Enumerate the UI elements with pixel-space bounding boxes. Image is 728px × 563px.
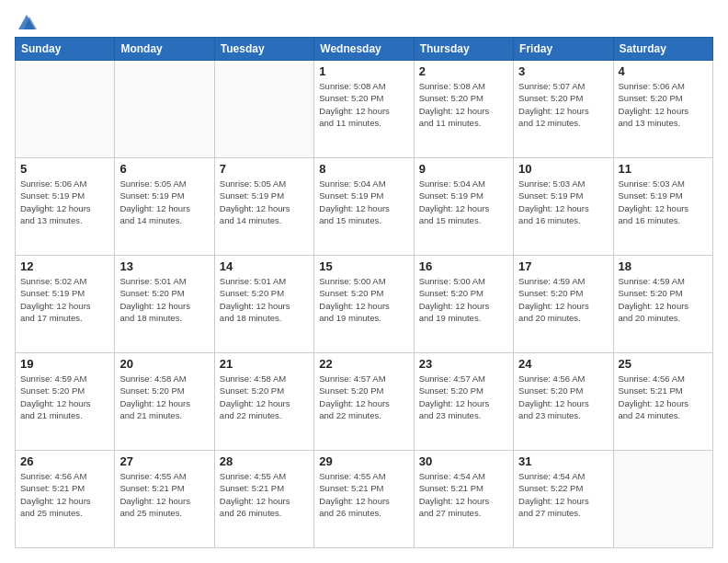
day-info: Sunrise: 5:00 AM Sunset: 5:20 PM Dayligh… — [419, 275, 508, 324]
calendar-cell: 2Sunrise: 5:08 AM Sunset: 5:20 PM Daylig… — [414, 61, 513, 158]
day-number: 31 — [518, 454, 608, 468]
calendar-cell: 6Sunrise: 5:05 AM Sunset: 5:19 PM Daylig… — [115, 158, 214, 256]
calendar-week-row: 1Sunrise: 5:08 AM Sunset: 5:20 PM Daylig… — [16, 61, 713, 158]
day-info: Sunrise: 4:54 AM Sunset: 5:21 PM Dayligh… — [419, 470, 508, 519]
calendar-cell: 23Sunrise: 4:57 AM Sunset: 5:20 PM Dayli… — [414, 353, 513, 451]
calendar-cell — [115, 61, 214, 158]
day-number: 27 — [119, 454, 209, 468]
calendar-cell: 9Sunrise: 5:04 AM Sunset: 5:19 PM Daylig… — [414, 158, 513, 256]
day-number: 17 — [518, 259, 608, 273]
header — [15, 15, 713, 28]
day-number: 13 — [119, 259, 209, 273]
page: SundayMondayTuesdayWednesdayThursdayFrid… — [0, 0, 728, 563]
calendar-cell: 31Sunrise: 4:54 AM Sunset: 5:22 PM Dayli… — [514, 451, 613, 548]
day-header-tuesday: Tuesday — [214, 38, 313, 61]
day-number: 16 — [419, 259, 508, 273]
day-info: Sunrise: 5:08 AM Sunset: 5:20 PM Dayligh… — [319, 80, 408, 129]
calendar-cell: 7Sunrise: 5:05 AM Sunset: 5:19 PM Daylig… — [214, 158, 313, 256]
calendar-cell: 26Sunrise: 4:56 AM Sunset: 5:21 PM Dayli… — [16, 451, 115, 548]
calendar-cell: 13Sunrise: 5:01 AM Sunset: 5:20 PM Dayli… — [115, 256, 214, 353]
day-info: Sunrise: 4:58 AM Sunset: 5:20 PM Dayligh… — [119, 373, 209, 421]
day-number: 5 — [20, 162, 109, 176]
calendar-cell: 24Sunrise: 4:56 AM Sunset: 5:20 PM Dayli… — [514, 353, 613, 451]
day-info: Sunrise: 5:04 AM Sunset: 5:19 PM Dayligh… — [319, 178, 408, 226]
calendar-cell: 15Sunrise: 5:00 AM Sunset: 5:20 PM Dayli… — [314, 256, 414, 353]
day-info: Sunrise: 5:01 AM Sunset: 5:20 PM Dayligh… — [119, 275, 209, 324]
day-header-friday: Friday — [514, 38, 613, 61]
day-number: 30 — [419, 454, 508, 468]
day-info: Sunrise: 4:54 AM Sunset: 5:22 PM Dayligh… — [518, 470, 608, 519]
logo — [15, 15, 37, 28]
day-info: Sunrise: 4:55 AM Sunset: 5:21 PM Dayligh… — [319, 470, 408, 519]
day-number: 10 — [518, 162, 608, 176]
day-header-saturday: Saturday — [613, 38, 712, 61]
day-header-monday: Monday — [115, 38, 214, 61]
day-info: Sunrise: 4:59 AM Sunset: 5:20 PM Dayligh… — [619, 275, 708, 324]
day-info: Sunrise: 4:59 AM Sunset: 5:20 PM Dayligh… — [518, 275, 608, 324]
calendar-cell: 5Sunrise: 5:06 AM Sunset: 5:19 PM Daylig… — [16, 158, 115, 256]
day-number: 28 — [220, 454, 309, 468]
calendar-cell: 30Sunrise: 4:54 AM Sunset: 5:21 PM Dayli… — [414, 451, 513, 548]
day-number: 1 — [319, 64, 408, 78]
day-number: 9 — [419, 162, 508, 176]
day-header-wednesday: Wednesday — [314, 38, 414, 61]
day-header-sunday: Sunday — [16, 38, 115, 61]
day-info: Sunrise: 5:06 AM Sunset: 5:19 PM Dayligh… — [20, 178, 109, 226]
day-info: Sunrise: 4:55 AM Sunset: 5:21 PM Dayligh… — [119, 470, 209, 519]
day-number: 26 — [20, 454, 109, 468]
calendar-cell: 28Sunrise: 4:55 AM Sunset: 5:21 PM Dayli… — [214, 451, 313, 548]
day-number: 23 — [419, 357, 508, 371]
day-info: Sunrise: 5:02 AM Sunset: 5:19 PM Dayligh… — [20, 275, 109, 324]
calendar-cell: 20Sunrise: 4:58 AM Sunset: 5:20 PM Dayli… — [115, 353, 214, 451]
day-number: 21 — [220, 357, 309, 371]
day-info: Sunrise: 4:56 AM Sunset: 5:21 PM Dayligh… — [20, 470, 109, 519]
calendar-cell: 18Sunrise: 4:59 AM Sunset: 5:20 PM Dayli… — [613, 256, 712, 353]
day-info: Sunrise: 5:03 AM Sunset: 5:19 PM Dayligh… — [619, 178, 708, 226]
calendar-cell: 29Sunrise: 4:55 AM Sunset: 5:21 PM Dayli… — [314, 451, 414, 548]
day-info: Sunrise: 5:06 AM Sunset: 5:20 PM Dayligh… — [619, 80, 708, 129]
day-number: 2 — [419, 64, 508, 78]
calendar-cell: 10Sunrise: 5:03 AM Sunset: 5:19 PM Dayli… — [514, 158, 613, 256]
day-info: Sunrise: 5:01 AM Sunset: 5:20 PM Dayligh… — [220, 275, 309, 324]
calendar-cell — [16, 61, 115, 158]
day-number: 22 — [319, 357, 408, 371]
day-number: 24 — [518, 357, 608, 371]
day-number: 29 — [319, 454, 408, 468]
calendar-cell — [613, 451, 712, 548]
calendar-cell: 8Sunrise: 5:04 AM Sunset: 5:19 PM Daylig… — [314, 158, 414, 256]
day-info: Sunrise: 4:57 AM Sunset: 5:20 PM Dayligh… — [419, 373, 508, 421]
day-info: Sunrise: 4:58 AM Sunset: 5:20 PM Dayligh… — [220, 373, 309, 421]
calendar-cell: 3Sunrise: 5:07 AM Sunset: 5:20 PM Daylig… — [514, 61, 613, 158]
calendar-cell: 16Sunrise: 5:00 AM Sunset: 5:20 PM Dayli… — [414, 256, 513, 353]
calendar-cell — [214, 61, 313, 158]
calendar-week-row: 26Sunrise: 4:56 AM Sunset: 5:21 PM Dayli… — [16, 451, 713, 548]
day-info: Sunrise: 5:08 AM Sunset: 5:20 PM Dayligh… — [419, 80, 508, 129]
day-number: 15 — [319, 259, 408, 273]
calendar-cell: 21Sunrise: 4:58 AM Sunset: 5:20 PM Dayli… — [214, 353, 313, 451]
day-info: Sunrise: 4:57 AM Sunset: 5:20 PM Dayligh… — [319, 373, 408, 421]
day-info: Sunrise: 5:03 AM Sunset: 5:19 PM Dayligh… — [518, 178, 608, 226]
calendar-cell: 19Sunrise: 4:59 AM Sunset: 5:20 PM Dayli… — [16, 353, 115, 451]
calendar: SundayMondayTuesdayWednesdayThursdayFrid… — [15, 37, 713, 548]
day-info: Sunrise: 4:59 AM Sunset: 5:20 PM Dayligh… — [20, 373, 109, 421]
calendar-cell: 14Sunrise: 5:01 AM Sunset: 5:20 PM Dayli… — [214, 256, 313, 353]
calendar-cell: 25Sunrise: 4:56 AM Sunset: 5:21 PM Dayli… — [613, 353, 712, 451]
day-info: Sunrise: 5:07 AM Sunset: 5:20 PM Dayligh… — [518, 80, 608, 129]
day-number: 19 — [20, 357, 109, 371]
calendar-cell: 11Sunrise: 5:03 AM Sunset: 5:19 PM Dayli… — [613, 158, 712, 256]
day-info: Sunrise: 5:05 AM Sunset: 5:19 PM Dayligh… — [119, 178, 209, 226]
day-info: Sunrise: 5:00 AM Sunset: 5:20 PM Dayligh… — [319, 275, 408, 324]
day-number: 8 — [319, 162, 408, 176]
calendar-cell: 12Sunrise: 5:02 AM Sunset: 5:19 PM Dayli… — [16, 256, 115, 353]
day-info: Sunrise: 4:55 AM Sunset: 5:21 PM Dayligh… — [220, 470, 309, 519]
day-number: 14 — [220, 259, 309, 273]
calendar-cell: 1Sunrise: 5:08 AM Sunset: 5:20 PM Daylig… — [314, 61, 414, 158]
calendar-cell: 22Sunrise: 4:57 AM Sunset: 5:20 PM Dayli… — [314, 353, 414, 451]
day-number: 20 — [119, 357, 209, 371]
day-info: Sunrise: 5:05 AM Sunset: 5:19 PM Dayligh… — [220, 178, 309, 226]
calendar-cell: 27Sunrise: 4:55 AM Sunset: 5:21 PM Dayli… — [115, 451, 214, 548]
day-header-thursday: Thursday — [414, 38, 513, 61]
calendar-header-row: SundayMondayTuesdayWednesdayThursdayFrid… — [16, 38, 713, 61]
day-number: 6 — [119, 162, 209, 176]
day-number: 4 — [619, 64, 708, 78]
